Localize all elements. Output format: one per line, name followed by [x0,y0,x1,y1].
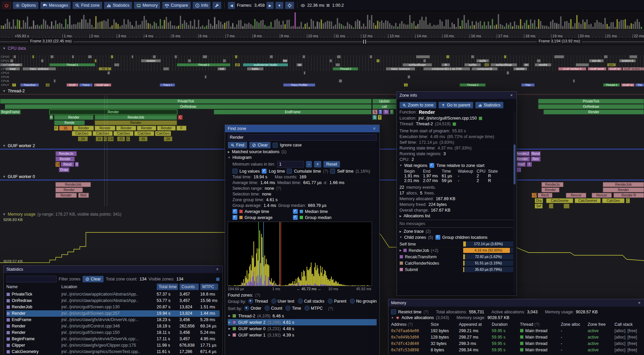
timeline-zone[interactable]: EndFrame [214,109,372,115]
timeline-zone[interactable]: Render [541,187,559,192]
statistics-row[interactable]: OnRedrawjni/../jni/src/claw/application/… [6,298,220,304]
timeline-zone[interactable]: Tracy Profiler [283,83,315,87]
group-children-checkbox[interactable] [435,235,440,240]
timeline-zone[interactable] [41,59,44,62]
timeline-zone[interactable]: T [378,109,382,115]
address-cell[interactable]: 0x7dfaa64e00 [391,328,429,333]
group-by-option[interactable]: Call stacks [298,299,324,304]
timeline-zone[interactable] [114,63,119,66]
timeline-zone[interactable]: RenderJo [55,151,77,156]
timeline-zone[interactable] [554,55,564,58]
address-cell[interactable]: 0x7e049b3d00 [391,335,429,340]
timeline-zone[interactable]: Sef [535,204,543,209]
timeline-zone[interactable]: 18, [59,126,72,131]
group-by-option[interactable]: Thread [248,299,268,304]
column-header[interactable]: State [488,169,501,174]
column-header[interactable]: Total time [157,283,178,290]
timeline-ruler[interactable]: +55.83 s1 ms2 ms3 ms4 ms5 ms6 ms7 ms8 ms… [0,30,644,39]
statistics-row[interactable]: Clipperjni/../jni/src/claw/gfx/geo/Clipp… [6,342,220,349]
timeline-zone[interactable]: Render [116,126,136,131]
messages-button[interactable]: Messages [40,2,71,9]
sort-by-option[interactable]: Time [285,306,301,311]
timeline-zone[interactable]: Rend [531,151,541,156]
timeline-zone[interactable]: S [372,115,377,120]
timeline-zone[interactable]: 24 [78,136,88,141]
legend-checkbox[interactable] [293,209,298,214]
column-header[interactable]: Duration [492,322,518,327]
expand-icon[interactable]: ▶ [228,334,230,337]
find-zone-window-titlebar[interactable]: Find zone × [225,125,379,132]
timeline-zone[interactable] [72,55,74,58]
timeline-zone[interactable] [506,71,509,75]
statistics-row[interactable]: BeginFramejni/../jni/src/claw/gfx/drv/vk… [6,336,220,342]
timeline-zone[interactable]: Tra [635,83,644,87]
timeline-zone[interactable]: BeginFrame [0,109,21,115]
timeline-zone[interactable] [376,59,380,62]
column-header[interactable]: Begin [404,169,423,174]
timeline-zone[interactable]: RenderJob [55,182,91,187]
timeline-zone[interactable]: S [372,109,378,115]
timeline-zone[interactable]: CalcGeo [113,131,133,136]
collapse-icon[interactable]: ▼ [3,175,6,178]
legend-checkbox[interactable] [232,209,237,214]
child-zone-row[interactable]: Submit35.63 µs (0.79%) [399,266,514,273]
timeline-zone[interactable] [629,55,637,58]
close-icon[interactable]: × [509,93,514,98]
timeline-zone[interactable] [111,55,113,58]
timeline-zone[interactable]: CalcGeo [93,131,113,136]
histogram-canvas[interactable] [228,222,372,286]
timeline-zone[interactable]: T [378,115,382,120]
timeline-zone[interactable]: Render [543,109,644,115]
scrollbar[interactable] [513,112,516,293]
log-values-checkbox[interactable] [232,169,237,174]
column-header[interactable]: Wakeup [458,169,477,174]
collapse-icon[interactable]: ▼ [3,89,6,93]
found-zone-group[interactable]: ▶Thread-2(4,105)6.46 s [228,313,377,319]
increase-button[interactable]: + [314,161,321,168]
active-allocations-header[interactable]: Active allocations [401,315,434,320]
column-header[interactable]: Name [6,284,60,289]
reset-button[interactable]: Reset [323,161,340,168]
timeline-zone[interactable]: Thread-2 [49,63,95,66]
timeline-zone[interactable]: CalcGeo [602,198,625,203]
legend-checkbox[interactable] [232,215,237,220]
legend-checkbox[interactable] [293,215,298,220]
timeline-zone[interactable]: OnRedraw [538,104,644,109]
group-by-option[interactable]: User text [271,299,294,304]
group-by-option[interactable]: Parent [328,299,346,304]
timeline-zone[interactable]: OnRedraw [5,104,372,109]
sort-by-option[interactable]: Count [265,306,282,311]
timeline-zone[interactable]: GUIF worker 0 [558,67,586,71]
goto-frame-button[interactable] [285,2,294,9]
timeline-zone[interactable]: A [404,83,408,87]
timeline-zone[interactable]: Re5 [78,193,89,198]
timeline-zone[interactable]: rot_d [99,67,111,71]
timeline-zone[interactable] [446,55,449,58]
timeline-zone[interactable]: f [527,162,532,167]
sort-by-option[interactable]: Order [244,306,261,311]
timeline-zone[interactable]: Ren [531,157,541,162]
timeline-zone[interactable]: Render [49,109,177,115]
timeline-zone[interactable]: iworke [513,67,527,71]
frame-time-graph[interactable] [0,11,644,30]
statistics-row[interactable]: EndFramejni/../jni/src/claw/gfx/drv/vk/D… [6,317,220,323]
expand-icon[interactable]: ▶ [399,230,401,233]
timeline-zone[interactable] [537,59,541,62]
timeline-zone[interactable] [223,59,226,62]
timeline-zone[interactable]: C [626,198,630,203]
alloc-callstack-link[interactable]: [alloc] [614,335,626,340]
limit-range-icon[interactable] [216,277,220,281]
close-icon[interactable]: × [372,126,377,131]
timeline-zone[interactable] [188,59,191,62]
source-color-swatch[interactable] [479,117,482,120]
collapse-icon[interactable]: ▼ [3,144,6,147]
timeline-zone[interactable]: md [217,67,226,71]
column-header[interactable]: CPU [477,169,488,174]
collapse-icon[interactable]: ▼ [391,316,394,319]
timeline-zone[interactable]: surfaceflinge [490,63,517,66]
timeline-zone[interactable] [131,55,133,58]
filter-zones-input[interactable] [6,276,57,282]
find-zone-button[interactable]: Find zone [72,2,102,9]
timeline-zone[interactable]: 9 [75,162,79,167]
timeline-zone[interactable]: CalcGeo [134,131,154,136]
